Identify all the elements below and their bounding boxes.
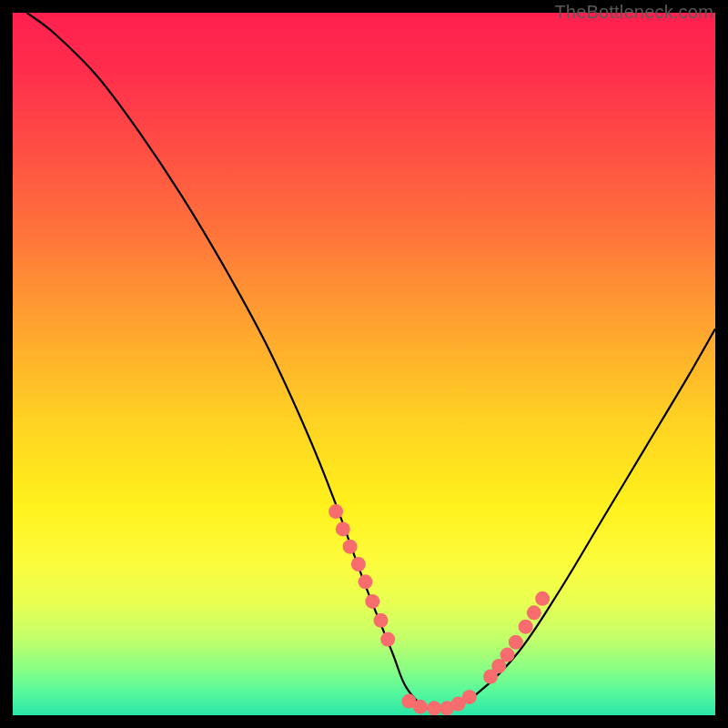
highlight-dot xyxy=(380,632,395,647)
highlight-dot xyxy=(413,700,428,714)
highlight-dots xyxy=(329,504,550,715)
highlight-dot xyxy=(374,613,389,628)
watermark-text: TheBottleneck.com xyxy=(554,2,713,23)
highlight-dot xyxy=(359,574,373,589)
highlight-dot xyxy=(527,605,541,620)
highlight-dot xyxy=(519,620,533,634)
highlight-dot xyxy=(500,648,515,662)
highlight-dot xyxy=(351,557,366,571)
highlight-dot xyxy=(329,504,343,519)
curve-layer xyxy=(13,13,715,715)
highlight-dot xyxy=(462,690,477,704)
chart-frame: TheBottleneck.com xyxy=(0,0,728,728)
highlight-dot xyxy=(509,635,523,650)
highlight-dot xyxy=(336,521,350,536)
plot-area xyxy=(13,13,715,715)
highlight-dot xyxy=(365,594,379,609)
highlight-dot xyxy=(343,540,358,554)
highlight-dot xyxy=(535,592,550,606)
highlight-dot xyxy=(427,701,441,715)
